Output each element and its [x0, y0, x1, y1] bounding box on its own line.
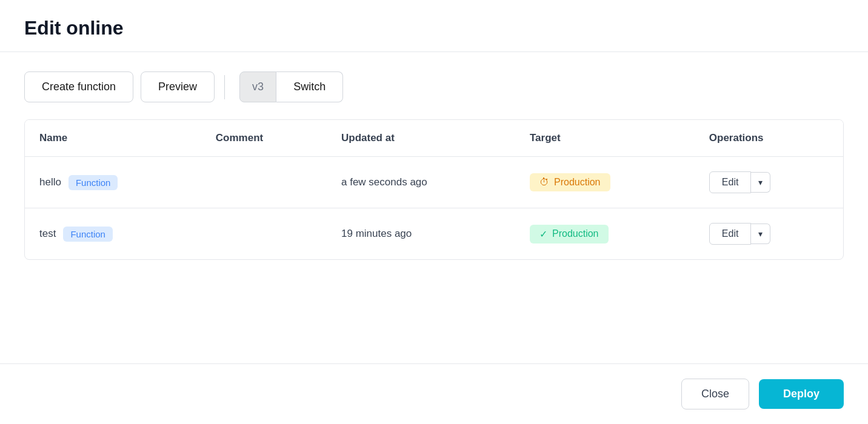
page-title: Edit online [24, 17, 844, 39]
row1-target: ⏱ Production [515, 157, 695, 208]
functions-table: Name Comment Updated at Target Operation… [25, 120, 843, 259]
version-label: v3 [239, 71, 276, 102]
footer: Close Deploy [0, 363, 868, 424]
table-row: test Function 19 minutes ago ✓ Productio… [25, 208, 843, 260]
table-header-row: Name Comment Updated at Target Operation… [25, 120, 843, 157]
create-function-button[interactable]: Create function [24, 71, 133, 102]
toolbar-separator [224, 75, 225, 99]
row2-target-badge: ✓ Production [530, 225, 609, 243]
toolbar: Create function Preview v3 Switch [24, 71, 844, 102]
row2-badge: Function [63, 227, 113, 242]
row1-badge: Function [68, 175, 118, 190]
row1-name: hello [39, 176, 61, 188]
col-target: Target [515, 120, 695, 157]
preview-button[interactable]: Preview [141, 71, 215, 102]
col-operations: Operations [695, 120, 843, 157]
row2-updated-at: 19 minutes ago [327, 208, 515, 260]
deploy-button[interactable]: Deploy [759, 379, 844, 409]
col-comment: Comment [201, 120, 327, 157]
row2-comment [201, 208, 327, 260]
row2-dropdown-button[interactable]: ▾ [751, 224, 770, 244]
header: Edit online [0, 0, 868, 52]
clock-icon: ⏱ [539, 177, 549, 188]
row2-target-label: Production [552, 228, 599, 239]
row1-dropdown-button[interactable]: ▾ [751, 172, 770, 193]
row2-name: test [39, 228, 56, 240]
check-icon: ✓ [539, 228, 547, 240]
version-switch-group: v3 Switch [239, 71, 343, 102]
col-name: Name [25, 120, 201, 157]
table-container: Name Comment Updated at Target Operation… [24, 119, 844, 260]
close-button[interactable]: Close [681, 379, 749, 409]
row2-operations: Edit ▾ [695, 208, 843, 260]
row2-edit-button[interactable]: Edit [709, 223, 752, 245]
row1-comment [201, 157, 327, 208]
col-updated-at: Updated at [327, 120, 515, 157]
row1-target-label: Production [554, 177, 601, 188]
switch-button[interactable]: Switch [276, 71, 343, 102]
row1-operations: Edit ▾ [695, 157, 843, 208]
row2-name-cell: test Function [25, 208, 201, 260]
row1-edit-button[interactable]: Edit [709, 171, 752, 193]
row1-name-cell: hello Function [25, 157, 201, 208]
row1-updated-at: a few seconds ago [327, 157, 515, 208]
page-wrapper: Edit online Create function Preview v3 S… [0, 0, 868, 424]
row1-target-badge: ⏱ Production [530, 173, 610, 191]
content: Create function Preview v3 Switch Name C… [0, 52, 868, 363]
row2-target: ✓ Production [515, 208, 695, 260]
table-row: hello Function a few seconds ago ⏱ Produ… [25, 157, 843, 208]
